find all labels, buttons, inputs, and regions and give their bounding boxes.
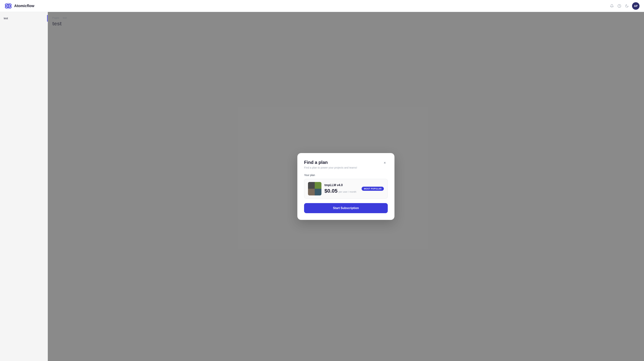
sidebar: test (0, 12, 48, 361)
moon-icon[interactable] (624, 4, 629, 8)
plan-price-row: $0.05 per user / month (324, 188, 358, 194)
modal-title: Find a plan (304, 160, 357, 165)
user-avatar[interactable]: AP (632, 2, 640, 10)
sidebar-item-test[interactable]: test (0, 15, 48, 22)
plan-card: tmpLLM v4.0 $0.05 per user / month MOST … (304, 179, 388, 199)
header-right: AP (610, 2, 640, 10)
modal-title-area: Find a plan Find a plan to power your pr… (304, 160, 357, 169)
modal-close-button[interactable]: × (382, 160, 388, 166)
most-popular-badge: MOST POPULAR (362, 187, 384, 191)
mosaic-cell-2 (315, 182, 322, 189)
notification-icon[interactable] (610, 4, 614, 8)
clock-icon[interactable] (617, 4, 622, 8)
modal-overlay: Find a plan Find a plan to power your pr… (48, 12, 644, 361)
mosaic-cell-3 (308, 189, 315, 195)
plan-info: tmpLLM v4.0 $0.05 per user / month (324, 183, 358, 194)
app-header: Atomicflow AP (0, 0, 644, 12)
mosaic-cell-4 (315, 189, 322, 195)
modal-header: Find a plan Find a plan to power your pr… (304, 160, 388, 169)
app-logo-icon (4, 2, 12, 10)
sidebar-item-label: test (4, 17, 8, 20)
modal-subtitle: Find a plan to power your projects and t… (304, 166, 357, 169)
svg-point-3 (8, 5, 9, 7)
plan-section-label: Your plan (304, 174, 388, 177)
start-subscription-button[interactable]: Start Subscription (304, 203, 388, 213)
find-plan-modal: Find a plan Find a plan to power your pr… (297, 153, 394, 220)
plan-price: $0.05 (324, 188, 338, 194)
app-name: Atomicflow (14, 4, 34, 8)
plan-name: tmpLLM v4.0 (324, 183, 358, 187)
plan-price-unit: per user / month (338, 190, 356, 193)
header-left: Atomicflow (4, 2, 34, 10)
plan-image (308, 182, 322, 195)
mosaic-cell-1 (308, 182, 315, 189)
